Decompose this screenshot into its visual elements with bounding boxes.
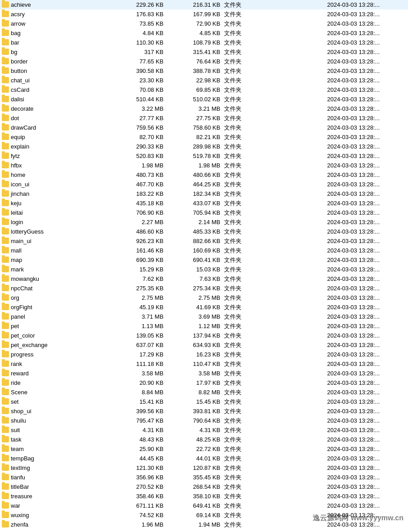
file-date-cell: 2024-03-03 13:28:... [325, 57, 408, 66]
file-extra-cell [264, 491, 326, 501]
table-row[interactable]: equip82.70 KB82.21 KB文件夹2024-03-03 13:28… [0, 132, 408, 142]
file-extra-cell [264, 454, 326, 463]
table-row[interactable]: shop_ui399.56 KB393.81 KB文件夹2024-03-03 1… [0, 406, 408, 416]
table-row[interactable]: jinchan183.22 KB182.34 KB文件夹2024-03-03 1… [0, 189, 408, 198]
table-row[interactable]: acsry176.83 KB167.99 KB文件夹2024-03-03 13:… [0, 9, 408, 19]
table-row[interactable]: bg317 KB315.41 KB文件夹2024-03-03 13:28:... [0, 47, 408, 57]
table-row[interactable]: mark15.29 KB15.03 KB文件夹2024-03-03 13:28:… [0, 265, 408, 274]
file-size-cell: 399.56 KB [108, 406, 165, 416]
file-type-cell: 文件夹 [222, 321, 264, 331]
table-row[interactable]: task48.43 KB48.25 KB文件夹2024-03-03 13:28:… [0, 435, 408, 444]
table-row[interactable]: org2.75 MB2.75 MB文件夹2024-03-03 13:28:... [0, 293, 408, 302]
file-name-label: tempBag [11, 454, 34, 463]
table-row[interactable]: arrow73.85 KB72.90 KB文件夹2024-03-03 13:28… [0, 19, 408, 28]
table-row[interactable]: main_ui926.23 KB882.66 KB文件夹2024-03-03 1… [0, 236, 408, 246]
table-row[interactable]: mall161.46 KB160.69 KB文件夹2024-03-03 13:2… [0, 246, 408, 255]
table-row[interactable]: drawCard759.56 KB758.60 KB文件夹2024-03-03 … [0, 123, 408, 132]
table-row[interactable]: reward3.58 MB3.58 MB文件夹2024-03-03 13:28:… [0, 369, 408, 378]
table-row[interactable]: rank111.18 KB110.47 KB文件夹2024-03-03 13:2… [0, 359, 408, 369]
file-type-cell: 文件夹 [222, 95, 264, 104]
file-date-cell: 2024-03-03 13:28:... [325, 293, 408, 302]
file-used-cell: 8.82 MB [165, 388, 222, 397]
table-row[interactable]: hfbx1.98 MB1.98 MB文件夹2024-03-03 13:28:..… [0, 161, 408, 170]
table-row[interactable]: mowangku7.62 KB7.63 KB文件夹2024-03-03 13:2… [0, 274, 408, 284]
table-row[interactable]: dalisi510.44 KB510.02 KB文件夹2024-03-03 13… [0, 95, 408, 104]
table-row[interactable]: ride20.90 KB17.97 KB文件夹2024-03-03 13:28:… [0, 378, 408, 388]
file-name-cell: arrow [0, 19, 108, 28]
file-size-cell: 467.70 KB [108, 180, 165, 189]
table-row[interactable]: npcChat275.35 KB275.34 KB文件夹2024-03-03 1… [0, 284, 408, 293]
file-name-label: bg [11, 47, 17, 57]
table-row[interactable]: team25.90 KB22.72 KB文件夹2024-03-03 13:28:… [0, 444, 408, 454]
table-row[interactable]: dot27.77 KB27.75 KB文件夹2024-03-03 13:28:.… [0, 113, 408, 123]
file-name-cell: Scene [0, 388, 108, 397]
table-row[interactable]: fytz520.83 KB519.78 KB文件夹2024-03-03 13:2… [0, 151, 408, 161]
folder-icon [2, 294, 9, 301]
file-name-label: reward [11, 369, 29, 378]
table-row[interactable]: csCard70.08 KB69.85 KB文件夹2024-03-03 13:2… [0, 85, 408, 95]
table-row[interactable]: lotteryGuess486.60 KB485.33 KB文件夹2024-03… [0, 227, 408, 236]
table-row[interactable]: icon_ui467.70 KB464.25 KB文件夹2024-03-03 1… [0, 180, 408, 189]
file-name-cell: bg [0, 47, 108, 57]
file-used-cell: 108.79 KB [165, 38, 222, 47]
table-row[interactable]: bag4.84 KB4.85 KB文件夹2024-03-03 13:28:... [0, 28, 408, 38]
file-extra-cell [264, 170, 326, 180]
file-extra-cell [264, 180, 326, 189]
file-name-label: hfbx [11, 161, 22, 170]
folder-icon [2, 77, 9, 83]
table-row[interactable]: progress17.29 KB16.23 KB文件夹2024-03-03 13… [0, 350, 408, 359]
table-row[interactable]: titleBar270.52 KB268.54 KB文件夹2024-03-03 … [0, 482, 408, 491]
file-extra-cell [264, 425, 326, 435]
file-date-cell: 2024-03-03 13:28:... [325, 397, 408, 406]
file-name-cell: pet [0, 321, 108, 331]
table-row[interactable]: pet_exchange637.07 KB634.93 KB文件夹2024-03… [0, 340, 408, 350]
file-name-cell: task [0, 435, 108, 444]
table-row[interactable]: map690.39 KB690.41 KB文件夹2024-03-03 13:28… [0, 255, 408, 265]
folder-icon [2, 342, 9, 348]
table-row[interactable]: keju435.18 KB433.07 KB文件夹2024-03-03 13:2… [0, 198, 408, 208]
file-name-cell: team [0, 444, 108, 454]
table-row[interactable]: leitai706.90 KB705.94 KB文件夹2024-03-03 13… [0, 208, 408, 217]
table-row[interactable]: wuxing74.52 KB69.14 KB文件夹2024-03-03 13:2… [0, 510, 408, 520]
table-row[interactable]: zhenfa1.96 MB1.94 MB文件夹2024-03-03 13:28:… [0, 520, 408, 529]
table-row[interactable]: chat_ui23.30 KB22.98 KB文件夹2024-03-03 13:… [0, 76, 408, 85]
table-row[interactable]: border77.65 KB76.64 KB文件夹2024-03-03 13:2… [0, 57, 408, 66]
table-row[interactable]: shuilu795.47 KB790.64 KB文件夹2024-03-03 13… [0, 416, 408, 425]
table-row[interactable]: tianfu356.96 KB355.45 KB文件夹2024-03-03 13… [0, 473, 408, 482]
table-row[interactable]: pet1.13 MB1.12 MB文件夹2024-03-03 13:28:... [0, 321, 408, 331]
file-name-label: login [11, 217, 23, 227]
file-size-cell: 706.90 KB [108, 208, 165, 217]
table-row[interactable]: tempBag44.45 KB44.01 KB文件夹2024-03-03 13:… [0, 454, 408, 463]
file-date-cell: 2024-03-03 13:28:... [325, 274, 408, 284]
table-row[interactable]: treasure358.46 KB358.10 KB文件夹2024-03-03 … [0, 491, 408, 501]
folder-icon [2, 68, 9, 74]
file-size-cell: 637.07 KB [108, 340, 165, 350]
table-row[interactable]: bar110.30 KB108.79 KB文件夹2024-03-03 13:28… [0, 38, 408, 47]
table-row[interactable]: Scene8.84 MB8.82 MB文件夹2024-03-03 13:28:.… [0, 388, 408, 397]
table-row[interactable]: pet_color139.05 KB137.94 KB文件夹2024-03-03… [0, 331, 408, 340]
table-row[interactable]: war671.11 KB649.41 KB文件夹2024-03-03 13:28… [0, 501, 408, 510]
table-row[interactable]: explain290.33 KB289.98 KB文件夹2024-03-03 1… [0, 142, 408, 151]
folder-icon [2, 96, 9, 102]
file-name-label: ride [11, 378, 21, 388]
folder-icon [2, 304, 9, 310]
table-row[interactable]: decorate3.22 MB3.21 MB文件夹2024-03-03 13:2… [0, 104, 408, 113]
table-row[interactable]: button390.58 KB388.78 KB文件夹2024-03-03 13… [0, 66, 408, 76]
file-used-cell: 433.07 KB [165, 198, 222, 208]
table-row[interactable]: suit4.31 KB4.31 KB文件夹2024-03-03 13:28:..… [0, 425, 408, 435]
file-date-cell: 2024-03-03 13:28:... [325, 378, 408, 388]
table-row[interactable]: set15.41 KB15.45 KB文件夹2024-03-03 13:28:.… [0, 397, 408, 406]
table-row[interactable]: orgFight45.19 KB41.69 KB文件夹2024-03-03 13… [0, 302, 408, 312]
table-row[interactable]: panel3.71 MB3.69 MB文件夹2024-03-03 13:28:.… [0, 312, 408, 321]
file-used-cell: 1.12 MB [165, 321, 222, 331]
file-size-cell: 17.29 KB [108, 350, 165, 359]
table-row[interactable]: login2.27 MB2.14 MB文件夹2024-03-03 13:28:.… [0, 217, 408, 227]
file-extra-cell [264, 302, 326, 312]
table-row[interactable]: textImg121.30 KB120.87 KB文件夹2024-03-03 1… [0, 463, 408, 473]
table-row[interactable]: home480.73 KB480.66 KB文件夹2024-03-03 13:2… [0, 170, 408, 180]
file-size-cell: 7.62 KB [108, 274, 165, 284]
table-row[interactable]: achieve229.26 KB216.31 KB文件夹2024-03-03 1… [0, 0, 408, 9]
file-extra-cell [264, 38, 326, 47]
file-date-cell: 2024-03-03 13:28:... [325, 312, 408, 321]
folder-icon [2, 20, 9, 27]
